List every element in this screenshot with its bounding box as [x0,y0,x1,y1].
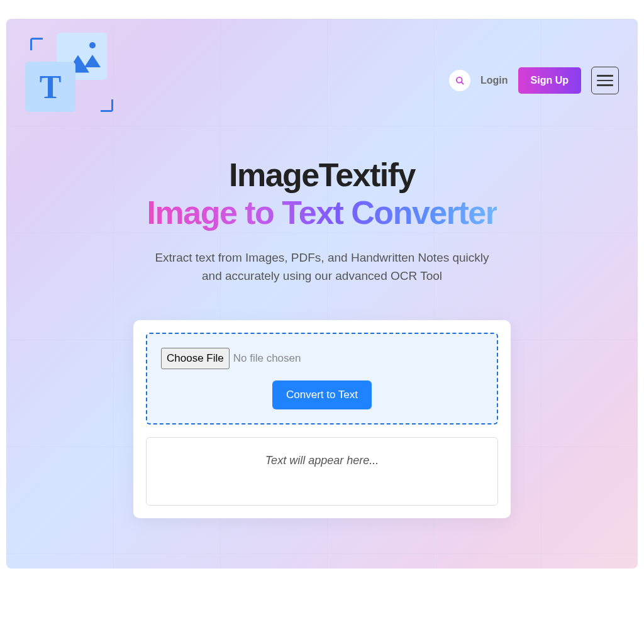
site-header: T Login Sign Up [6,19,638,131]
login-link[interactable]: Login [480,75,508,86]
logo-letter-icon: T [40,69,62,106]
converter-card: Choose File No file chosen Convert to Te… [133,320,511,518]
search-button[interactable] [449,70,470,91]
hamburger-icon [597,80,613,82]
nav-right: Login Sign Up [449,67,619,94]
logo-corner-icon [30,38,43,50]
page-root: T Login Sign Up [0,0,644,644]
file-input-row: Choose File No file chosen [161,348,483,369]
convert-button[interactable]: Convert to Text [272,380,372,409]
hero-content: ImageTextify Image to Text Converter Ext… [6,131,638,518]
hamburger-icon [597,75,613,77]
svg-line-1 [461,82,463,84]
output-text-box: Text will appear here... [146,437,498,506]
hero-title-main: ImageTextify [31,156,613,194]
hero-subtitle: Extract text from Images, PDFs, and Hand… [146,249,498,285]
file-status-text: No file chosen [233,352,301,365]
more-tools-section: Large Range of Tools More Tools [6,569,638,644]
hero-section: T Login Sign Up [6,19,638,569]
hamburger-icon [597,84,613,86]
search-icon [455,76,465,86]
signup-button[interactable]: Sign Up [518,67,581,94]
logo-text-tile: T [25,62,75,112]
file-dropzone[interactable]: Choose File No file chosen Convert to Te… [146,333,498,425]
choose-file-button[interactable]: Choose File [161,348,230,369]
hero-title-sub: Image to Text Converter [147,194,497,231]
logo-corner-icon [101,99,113,112]
menu-button[interactable] [591,67,619,94]
logo[interactable]: T [25,30,126,131]
